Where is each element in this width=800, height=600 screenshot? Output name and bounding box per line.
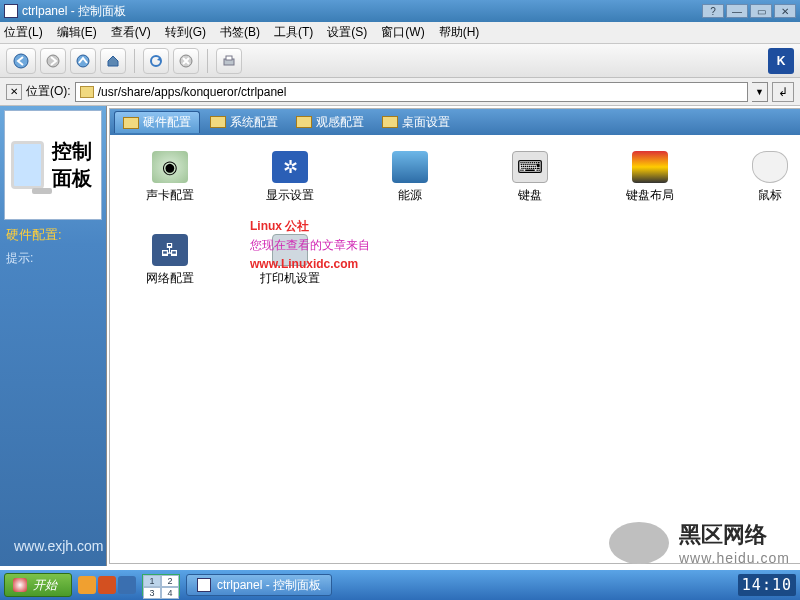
up-button[interactable] <box>70 48 96 74</box>
minimize-button[interactable]: — <box>726 4 748 18</box>
folder-icon <box>80 86 94 98</box>
menu-edit[interactable]: 编辑(E) <box>57 24 97 41</box>
tab-desktop[interactable]: 桌面设置 <box>374 111 458 133</box>
item-label: 键盘 <box>518 187 542 204</box>
pager-desktop[interactable]: 2 <box>161 575 179 587</box>
control-panel-item[interactable]: ◉声卡配置 <box>140 151 200 204</box>
window-title: ctrlpanel - 控制面板 <box>22 3 126 20</box>
sidebar-title: 控制面板 <box>52 138 95 192</box>
quick-launch <box>78 576 136 594</box>
task-label: ctrlpanel - 控制面板 <box>217 577 321 594</box>
desktop-pager[interactable]: 1 2 3 4 <box>142 574 180 596</box>
quick-launch-item[interactable] <box>98 576 116 594</box>
back-button[interactable] <box>6 48 36 74</box>
pager-desktop[interactable]: 3 <box>143 587 161 599</box>
control-panel-item[interactable]: 🖧网络配置 <box>140 234 200 287</box>
pager-desktop[interactable]: 1 <box>143 575 161 587</box>
forward-button[interactable] <box>40 48 66 74</box>
watermark-text: Linux 公社 您现在查看的文章来自 www.Linuxidc.com <box>250 217 370 275</box>
control-panel-item[interactable]: 鼠标 <box>740 151 800 204</box>
task-icon <box>197 578 211 592</box>
tab-label: 硬件配置 <box>143 114 191 131</box>
start-button[interactable]: 开始 <box>4 573 72 597</box>
toolbar: K <box>0 44 800 78</box>
tab-label: 桌面设置 <box>402 114 450 131</box>
menu-location[interactable]: 位置(L) <box>4 24 43 41</box>
control-panel-item[interactable]: ✲显示设置 <box>260 151 320 204</box>
taskbar-task[interactable]: ctrlpanel - 控制面板 <box>186 574 332 596</box>
menu-help[interactable]: 帮助(H) <box>439 24 480 41</box>
sidebar-footer-url: www.exjh.com <box>14 538 103 554</box>
item-icon: ⌨ <box>512 151 548 183</box>
address-path: /usr/share/apps/konqueror/ctrlpanel <box>98 85 287 99</box>
folder-icon <box>382 116 398 128</box>
item-icon: ◉ <box>152 151 188 183</box>
quick-launch-item[interactable] <box>78 576 96 594</box>
home-button[interactable] <box>100 48 126 74</box>
tab-label: 系统配置 <box>230 114 278 131</box>
icon-pane: ◉声卡配置✲显示设置能源⌨键盘键盘布局鼠标 🖧网络配置打印机设置 Linux 公… <box>110 135 800 563</box>
item-icon <box>752 151 788 183</box>
sidebar-header-card: 控制面板 <box>4 110 102 220</box>
address-dropdown[interactable]: ▼ <box>752 82 768 102</box>
stop-button[interactable] <box>173 48 199 74</box>
start-gem-icon <box>13 578 27 592</box>
menu-settings[interactable]: 设置(S) <box>327 24 367 41</box>
item-icon: 🖧 <box>152 234 188 266</box>
category-tabbar: 硬件配置 系统配置 观感配置 桌面设置 <box>110 109 800 135</box>
watermark-line3: www.Linuxidc.com <box>250 255 370 274</box>
control-panel-icon <box>11 141 44 189</box>
watermark-line1: Linux 公社 <box>250 217 370 236</box>
tab-appearance[interactable]: 观感配置 <box>288 111 372 133</box>
clear-address-button[interactable]: ✕ <box>6 84 22 100</box>
main-panel: 硬件配置 系统配置 观感配置 桌面设置 ◉声卡配置✲显示设置能源⌨键盘键盘布局鼠… <box>109 108 800 564</box>
go-button[interactable]: ↲ <box>772 82 794 102</box>
address-label: 位置(O): <box>26 83 71 100</box>
item-label: 声卡配置 <box>146 187 194 204</box>
svg-rect-6 <box>226 56 232 60</box>
clock[interactable]: 14:10 <box>738 574 796 596</box>
taskbar: 开始 1 2 3 4 ctrlpanel - 控制面板 14:10 <box>0 570 800 600</box>
item-icon <box>632 151 668 183</box>
titlebar: ctrlpanel - 控制面板 ? — ▭ ✕ <box>0 0 800 22</box>
close-button[interactable]: ✕ <box>774 4 796 18</box>
print-button[interactable] <box>216 48 242 74</box>
folder-icon <box>210 116 226 128</box>
address-bar: ✕ 位置(O): /usr/share/apps/konqueror/ctrlp… <box>0 78 800 106</box>
menu-window[interactable]: 窗口(W) <box>381 24 424 41</box>
sidebar: 控制面板 硬件配置: 提示: <box>0 106 107 566</box>
tab-system[interactable]: 系统配置 <box>202 111 286 133</box>
corner-watermark-url: www.heidu.com <box>679 550 790 566</box>
reload-button[interactable] <box>143 48 169 74</box>
item-label: 网络配置 <box>146 270 194 287</box>
menu-go[interactable]: 转到(G) <box>165 24 206 41</box>
svg-point-0 <box>14 54 28 68</box>
start-label: 开始 <box>33 577 57 594</box>
tab-label: 观感配置 <box>316 114 364 131</box>
sidebar-hint: 提示: <box>6 250 100 267</box>
tab-hardware[interactable]: 硬件配置 <box>114 111 200 133</box>
address-input[interactable]: /usr/share/apps/konqueror/ctrlpanel <box>75 82 748 102</box>
watermark-line2: 您现在查看的文章来自 <box>250 236 370 255</box>
item-label: 显示设置 <box>266 187 314 204</box>
menubar: 位置(L) 编辑(E) 查看(V) 转到(G) 书签(B) 工具(T) 设置(S… <box>0 22 800 44</box>
folder-icon <box>123 117 139 129</box>
pager-desktop[interactable]: 4 <box>161 587 179 599</box>
quick-launch-item[interactable] <box>118 576 136 594</box>
control-panel-item[interactable]: 键盘布局 <box>620 151 680 204</box>
sidebar-category: 硬件配置: <box>6 226 100 244</box>
item-label: 键盘布局 <box>626 187 674 204</box>
corner-watermark-title: 黑区网络 <box>679 520 790 550</box>
system-tray: 14:10 <box>738 574 796 596</box>
control-panel-item[interactable]: ⌨键盘 <box>500 151 560 204</box>
window-icon <box>4 4 18 18</box>
maximize-button[interactable]: ▭ <box>750 4 772 18</box>
menu-bookmarks[interactable]: 书签(B) <box>220 24 260 41</box>
menu-tools[interactable]: 工具(T) <box>274 24 313 41</box>
item-label: 能源 <box>398 187 422 204</box>
item-icon: ✲ <box>272 151 308 183</box>
menu-view[interactable]: 查看(V) <box>111 24 151 41</box>
item-label: 鼠标 <box>758 187 782 204</box>
control-panel-item[interactable]: 能源 <box>380 151 440 204</box>
help-button[interactable]: ? <box>702 4 724 18</box>
